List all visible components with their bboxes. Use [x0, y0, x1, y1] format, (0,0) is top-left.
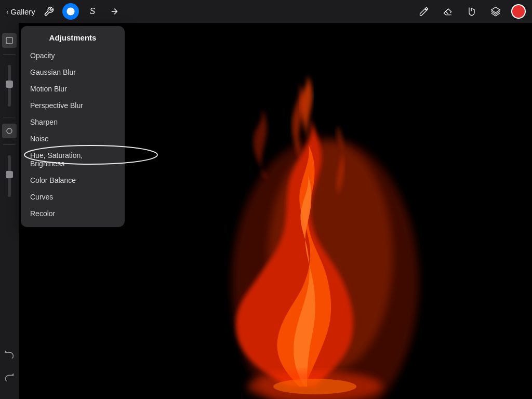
- menu-item-hue-sat-brightness[interactable]: Hue, Saturation, Brightness: [21, 147, 125, 172]
- undo-redo-group: [2, 346, 17, 383]
- toolbar-right: [416, 3, 526, 20]
- menu-item-motion-blur[interactable]: Motion Blur: [21, 81, 125, 97]
- circle-tool-button[interactable]: [2, 124, 17, 138]
- slider-thumb-2: [6, 171, 13, 178]
- slider-2[interactable]: [8, 155, 11, 197]
- menu-item-opacity[interactable]: Opacity: [21, 47, 125, 64]
- adjustments-panel: Adjustments Opacity Gaussian Blur Motion…: [21, 26, 125, 227]
- arrow-icon: [110, 7, 119, 16]
- smudge-tool-button[interactable]: [463, 3, 480, 20]
- menu-item-perspective-blur[interactable]: Perspective Blur: [21, 97, 125, 114]
- smudge-button[interactable]: [106, 3, 123, 20]
- square-icon: [5, 36, 14, 45]
- wrench-icon: [44, 6, 54, 17]
- paintbrush-icon: [66, 7, 75, 16]
- slider-thumb-1: [6, 81, 13, 88]
- svg-marker-0: [491, 7, 500, 13]
- top-toolbar: ‹ Gallery S: [0, 0, 532, 23]
- eraser-icon: [443, 6, 453, 17]
- chevron-left-icon: ‹: [6, 8, 8, 16]
- menu-item-sharpen[interactable]: Sharpen: [21, 114, 125, 130]
- wrench-button[interactable]: [41, 3, 57, 20]
- gallery-label: Gallery: [10, 7, 35, 16]
- panel-title: Adjustments: [21, 33, 125, 42]
- divider-1: [3, 54, 16, 55]
- smudge-icon: [467, 6, 477, 17]
- menu-item-noise[interactable]: Noise: [21, 130, 125, 147]
- menu-item-gaussian-blur[interactable]: Gaussian Blur: [21, 64, 125, 81]
- layers-icon: [490, 6, 501, 17]
- divider-3: [3, 144, 16, 145]
- circle-icon: [5, 127, 14, 135]
- divider-2: [3, 117, 16, 117]
- left-tools-panel: [0, 23, 19, 399]
- menu-item-color-balance[interactable]: Color Balance: [21, 172, 125, 189]
- svg-point-2: [7, 128, 12, 134]
- hue-sat-brightness-row: Hue, Saturation, Brightness: [21, 147, 125, 172]
- menu-item-recolor[interactable]: Recolor: [21, 205, 125, 222]
- active-tool-button[interactable]: [62, 3, 79, 20]
- brush-tool-button[interactable]: [416, 3, 432, 20]
- redo-icon: [4, 371, 15, 381]
- redo-button[interactable]: [2, 369, 17, 383]
- undo-button[interactable]: [2, 346, 17, 361]
- calligraphy-button[interactable]: S: [84, 3, 101, 20]
- color-picker[interactable]: [511, 4, 526, 19]
- toolbar-left: ‹ Gallery S: [6, 3, 416, 20]
- gallery-button[interactable]: ‹ Gallery: [6, 7, 35, 16]
- layers-button[interactable]: [487, 3, 504, 20]
- square-tool-button[interactable]: [2, 33, 17, 48]
- undo-icon: [4, 348, 15, 358]
- brush-icon: [419, 6, 429, 17]
- svg-rect-1: [6, 37, 12, 44]
- svg-point-7: [273, 379, 356, 394]
- slider-1[interactable]: [8, 65, 11, 107]
- calligraphy-label: S: [90, 7, 96, 16]
- menu-item-curves[interactable]: Curves: [21, 189, 125, 205]
- eraser-tool-button[interactable]: [440, 3, 456, 20]
